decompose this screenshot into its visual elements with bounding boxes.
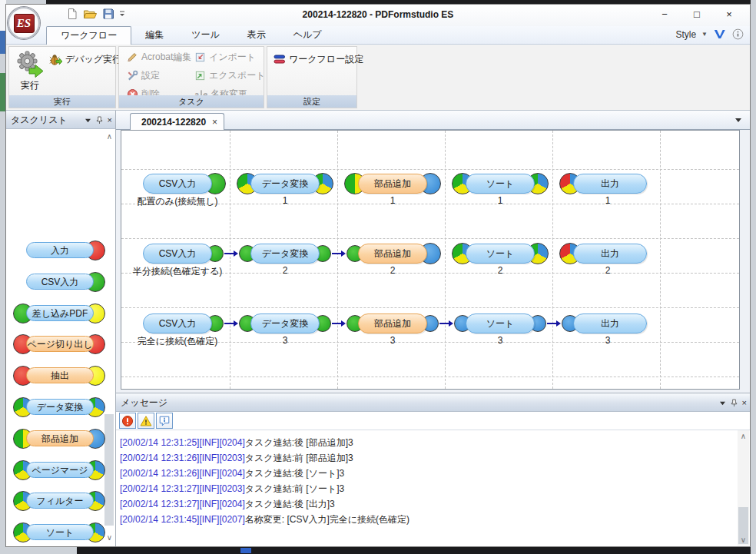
menu-tab-編集[interactable]: 編集 — [131, 26, 177, 45]
scroll-up-icon[interactable]: ∧ — [738, 432, 749, 440]
workflow-canvas[interactable]: CSV入力配置のみ(接続無し)データ変換1部品追加1ソート1出力1CSV入力半分… — [121, 130, 740, 390]
grid-line — [121, 307, 739, 308]
node-pill[interactable]: 部品追加 — [358, 244, 427, 264]
node-pill[interactable]: データ変換 — [250, 244, 320, 264]
message-list: ∧ ∨ [20/02/14 12:31:25][INF][0204]タスク連結:… — [116, 430, 750, 546]
task-list-item-ページマージ[interactable]: ページマージ — [6, 459, 106, 481]
ribbon-item-インポート[interactable]: インポート — [194, 51, 265, 64]
node-pill[interactable]: 部品追加 — [358, 313, 427, 333]
style-label[interactable]: Style — [675, 29, 696, 40]
ribbon-tab-row: ワークフロー編集ツール表示ヘルプ Style ▼ — [6, 26, 750, 45]
pin-icon[interactable] — [96, 116, 103, 124]
message-filter-warning-icon[interactable] — [138, 413, 154, 429]
app-logo: ES — [14, 14, 35, 33]
document-tab-label: 200214-122820 — [141, 117, 206, 128]
app-window: 200214-122820 - PDFormstudio ES − □ × ES… — [5, 4, 751, 547]
node-pill[interactable]: データ変換 — [250, 313, 320, 333]
task-list-item-CSV入力[interactable]: CSV入力 — [6, 271, 106, 293]
panel-menu-icon[interactable] — [719, 400, 726, 406]
export-icon — [194, 70, 206, 81]
window-title: 200214-122820 - PDFormstudio ES — [6, 9, 750, 20]
task-list-item-ページ切り出し[interactable]: ページ切り出し — [6, 333, 106, 355]
task-pill: ページマージ — [26, 462, 94, 478]
log-entry: [20/02/14 12:31:27][INF][0204]タスク連結:後 [出… — [120, 498, 734, 512]
ribbon-item-Acrobat編集[interactable]: Acrobat編集 — [127, 51, 191, 64]
log-entry: [20/02/14 12:31:26][INF][0204]タスク連結:後 [ソ… — [120, 467, 734, 481]
menu-tab-ヘルプ[interactable]: ヘルプ — [280, 26, 336, 45]
node-pill[interactable]: ソート — [466, 174, 535, 194]
node-pill[interactable]: CSV入力 — [143, 174, 212, 194]
node-pill[interactable]: ソート — [466, 244, 535, 264]
connection-arrowhead — [449, 320, 453, 327]
document-tab-close-icon[interactable]: × — [212, 117, 217, 128]
ribbon-group-caption-settings: 設定 — [267, 95, 356, 108]
node-pill[interactable]: 部品追加 — [358, 174, 427, 194]
close-button[interactable]: × — [713, 5, 745, 23]
task-list-item-データ変換[interactable]: データ変換 — [6, 396, 106, 418]
menu-tab-表示[interactable]: 表示 — [234, 26, 280, 45]
ribbon-group-settings: ワークフロー設定 設定 — [267, 46, 357, 108]
node-pill[interactable]: 出力 — [573, 244, 647, 264]
info-circle-icon[interactable] — [732, 28, 744, 40]
node-pill[interactable]: 出力 — [573, 174, 647, 194]
task-list-scroll-up[interactable]: ∧ — [107, 132, 112, 141]
task-list-item-部品追加[interactable]: 部品追加 — [6, 428, 106, 450]
grid-line — [121, 238, 739, 239]
task-pill: フィルター — [26, 493, 94, 509]
node-pill[interactable]: CSV入力 — [143, 244, 212, 264]
style-dropdown-icon[interactable]: ▼ — [701, 31, 708, 38]
workflow-settings-icon — [274, 54, 286, 65]
application-menu-button[interactable]: ES — [8, 7, 40, 39]
message-filter-error-icon[interactable] — [119, 413, 136, 429]
minimize-button[interactable]: − — [648, 5, 681, 23]
message-filter-info-balloon-icon[interactable] — [156, 413, 173, 429]
log-entry: [20/02/14 12:31:27][INF][0203]タスク連結:前 [ソ… — [120, 483, 734, 496]
window-controls: − □ × — [648, 5, 745, 23]
ribbon-group-caption-task: タスク — [119, 95, 264, 108]
background-window-fragment-bottom — [77, 547, 756, 554]
panel-menu-icon[interactable] — [85, 118, 91, 123]
info-balloon-icon — [158, 415, 171, 427]
ribbon-item-label: 設定 — [141, 69, 160, 82]
node-pill[interactable]: データ変換 — [250, 174, 320, 194]
task-list-header: タスクリスト × — [6, 111, 115, 129]
debug-icon — [49, 54, 62, 66]
panel-close-icon[interactable]: × — [742, 393, 747, 412]
maximize-button[interactable]: □ — [681, 5, 713, 23]
task-list-item-フィルター[interactable]: フィルター — [6, 490, 106, 512]
grid-line — [121, 169, 739, 170]
tab-list-dropdown-icon[interactable] — [734, 117, 742, 123]
message-panel-title: メッセージ — [121, 397, 167, 408]
debug-run-button[interactable]: デバッグ実行 — [49, 53, 121, 66]
task-list-item-ソート[interactable]: ソート — [6, 522, 106, 543]
node-pill[interactable]: 出力 — [573, 313, 647, 333]
scroll-down-icon[interactable]: ∨ — [738, 536, 749, 544]
menu-tab-ツール[interactable]: ツール — [177, 26, 234, 45]
desktop-background: 200214-122820 - PDFormstudio ES − □ × ES… — [0, 0, 756, 554]
title-bar: 200214-122820 - PDFormstudio ES − □ × — [6, 5, 750, 26]
menu-tab-ワークフロー[interactable]: ワークフロー — [46, 26, 131, 45]
run-button[interactable]: 実行 — [12, 50, 48, 95]
task-pill: 部品追加 — [26, 430, 94, 446]
task-list-item-差し込みPDF[interactable]: 差し込みPDF — [6, 303, 106, 324]
task-pill: データ変換 — [26, 399, 94, 415]
pin-icon[interactable] — [731, 399, 738, 407]
ribbon-item-label: Acrobat編集 — [141, 51, 191, 64]
document-tab[interactable]: 200214-122820 × — [130, 113, 224, 130]
task-pill: ソート — [26, 524, 94, 540]
message-scrollbar[interactable]: ∧ ∨ — [738, 430, 749, 546]
ribbon-item-エクスポート[interactable]: エクスポート — [194, 69, 265, 82]
node-pill[interactable]: CSV入力 — [143, 313, 212, 333]
node-sub-label: 1 — [539, 195, 677, 206]
task-list-scroll-down[interactable]: ∨ — [107, 533, 112, 542]
node-pill[interactable]: ソート — [466, 313, 535, 333]
log-entry: [20/02/14 12:31:26][INF][0203]タスク連結:前 [部… — [120, 452, 734, 466]
task-list-item-入力[interactable]: 入力 — [6, 240, 106, 261]
task-list-item-抽出[interactable]: 抽出 — [6, 365, 106, 386]
message-panel-header: メッセージ × — [116, 393, 750, 412]
task-pill: 差し込みPDF — [26, 305, 94, 321]
ribbon-item-設定[interactable]: 設定 — [127, 69, 191, 82]
workflow-settings-button[interactable]: ワークフロー設定 — [274, 53, 363, 66]
panel-close-icon[interactable]: × — [108, 111, 112, 129]
task-pill: 抽出 — [26, 367, 94, 383]
